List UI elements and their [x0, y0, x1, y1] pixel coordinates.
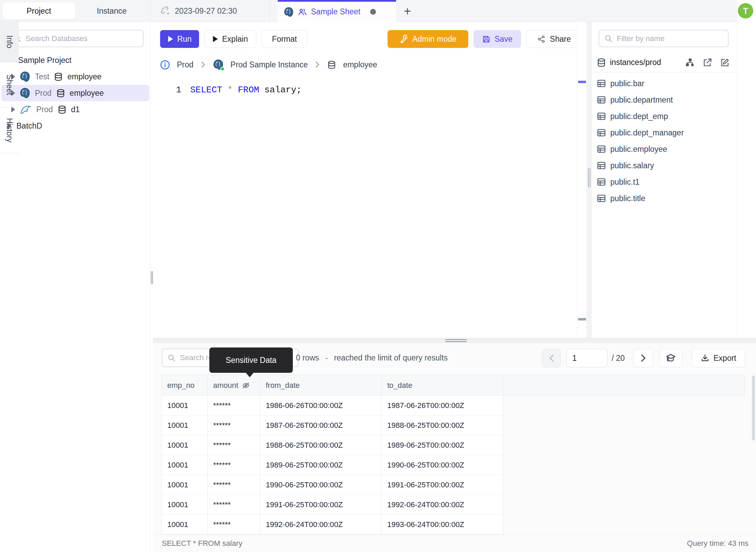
tree-node-batchd[interactable]: BatchD: [0, 118, 151, 134]
filter-input[interactable]: Filter by name: [599, 30, 729, 47]
table-list-item[interactable]: public.bar: [592, 75, 737, 92]
table-list-item[interactable]: public.title: [592, 190, 737, 207]
table-cell-masked[interactable]: ******: [208, 495, 260, 515]
table-cell-empty: [503, 495, 745, 515]
table-cell[interactable]: 10001: [162, 396, 208, 416]
save-icon: [482, 35, 491, 43]
breadcrumb-environment[interactable]: Prod: [177, 60, 194, 69]
schema-diagram-icon[interactable]: [685, 58, 695, 67]
table-cell[interactable]: 1992-06-24T00:00:00Z: [382, 495, 503, 515]
next-page-button[interactable]: [634, 349, 653, 367]
table-cell[interactable]: 1988-06-25T00:00:00Z: [382, 416, 503, 435]
page-number-input[interactable]: [566, 349, 608, 367]
export-button[interactable]: Export: [692, 349, 745, 367]
table-name: public.bar: [610, 79, 644, 88]
table-cell-masked[interactable]: ******: [208, 455, 260, 475]
tab-instance[interactable]: Instance: [75, 2, 148, 19]
filter-placeholder: Filter by name: [617, 34, 664, 43]
user-avatar[interactable]: T: [738, 3, 753, 18]
database-icon: [56, 89, 65, 98]
table-cell-masked[interactable]: ******: [208, 435, 260, 455]
table-cell[interactable]: 10001: [162, 475, 208, 495]
table-cell[interactable]: 1989-06-25T00:00:00Z: [382, 435, 503, 455]
table-cell-masked[interactable]: ******: [208, 515, 260, 535]
tree-node-test-employee[interactable]: Test employee: [0, 68, 151, 85]
tab-project[interactable]: Project: [2, 2, 75, 19]
format-button[interactable]: Format: [262, 30, 307, 48]
environment-label: Test: [35, 72, 49, 81]
sql-editor-line[interactable]: 1 SELECT * FROM salary;: [168, 84, 307, 96]
data-masking-button[interactable]: [660, 349, 682, 367]
table-list-item[interactable]: public.dept_manager: [592, 124, 737, 141]
table-icon: [597, 95, 606, 105]
table-cell[interactable]: 1987-06-26T00:00:00Z: [382, 396, 503, 416]
tab-history-label: History: [5, 118, 14, 143]
minimap-cursor-mark: [578, 81, 586, 83]
tab-sheet[interactable]: Sheet: [0, 62, 19, 108]
table-list-item[interactable]: public.salary: [592, 157, 737, 174]
sheet-tab-sample-sheet[interactable]: Sample Sheet: [278, 0, 396, 22]
table-cell[interactable]: 1988-06-25T00:00:00Z: [260, 435, 382, 455]
table-list-item[interactable]: public.dept_emp: [592, 108, 737, 124]
database-label: employee: [70, 89, 104, 98]
info-icon[interactable]: [160, 60, 170, 70]
table-cell[interactable]: 10001: [162, 515, 208, 535]
table-cell[interactable]: 1993-06-24T00:00:00Z: [382, 515, 503, 535]
table-list-item[interactable]: public.department: [592, 92, 737, 108]
table-cell[interactable]: 10001: [162, 435, 208, 455]
prev-page-button[interactable]: [542, 349, 561, 367]
admin-mode-label: Admin mode: [412, 35, 456, 44]
table-cell-masked[interactable]: ******: [208, 475, 260, 495]
results-scrollbar[interactable]: [752, 376, 755, 441]
table-name: public.dept_manager: [610, 128, 684, 137]
column-header[interactable]: to_date: [382, 375, 503, 396]
table-cell[interactable]: 1989-06-25T00:00:00Z: [260, 455, 382, 475]
tab-info[interactable]: Info: [0, 21, 19, 62]
admin-mode-button[interactable]: Admin mode: [388, 30, 468, 48]
play-icon: [168, 36, 173, 42]
table-cell[interactable]: 1991-06-25T00:00:00Z: [382, 475, 503, 495]
table-cell[interactable]: 1991-06-25T00:00:00Z: [260, 495, 382, 515]
save-button[interactable]: Save: [473, 30, 521, 48]
breadcrumb-instance[interactable]: Prod Sample Instance: [231, 60, 308, 69]
breadcrumb-database[interactable]: employee: [343, 60, 377, 69]
table-cell-masked[interactable]: ******: [208, 396, 260, 416]
table-cell[interactable]: 10001: [162, 455, 208, 475]
explain-button[interactable]: Explain: [204, 30, 256, 48]
editor-minimap[interactable]: [577, 22, 586, 338]
postgres-icon: [19, 88, 30, 98]
table-cell[interactable]: 1992-06-24T00:00:00Z: [260, 515, 382, 535]
table-cell-masked[interactable]: ******: [208, 416, 260, 435]
table-list-item[interactable]: public.employee: [592, 141, 737, 157]
column-header[interactable]: emp_no: [162, 375, 208, 396]
edit-icon[interactable]: [720, 58, 730, 67]
table-cell[interactable]: 1990-06-25T00:00:00Z: [260, 475, 382, 495]
sheet-tab-timestamp[interactable]: 2023-09-27 02:30: [153, 0, 270, 22]
new-sheet-button[interactable]: +: [400, 3, 415, 19]
minimap-scroll-mark: [578, 318, 586, 320]
tree-node-sample-project[interactable]: Sample Project: [0, 52, 151, 68]
splitter-handle[interactable]: [445, 339, 467, 342]
tree-node-prod-d1[interactable]: Prod d1: [0, 101, 151, 118]
sidebar-resize-handle[interactable]: [151, 271, 153, 284]
table-cell[interactable]: 1990-06-25T00:00:00Z: [382, 455, 503, 475]
table-cell[interactable]: 10001: [162, 416, 208, 435]
table-list-item[interactable]: public.t1: [592, 174, 737, 190]
table-cell[interactable]: 1986-06-26T00:00:00Z: [260, 396, 382, 416]
column-header-amount[interactable]: amount: [208, 375, 260, 396]
column-label: emp_no: [167, 381, 195, 390]
tree-node-prod-employee-selected[interactable]: Prod employee: [1, 85, 149, 101]
table-cell[interactable]: 1987-06-26T00:00:00Z: [260, 416, 382, 435]
splitter-handle[interactable]: [588, 168, 590, 187]
database-search[interactable]: Search Databases: [8, 30, 144, 47]
save-label: Save: [495, 35, 512, 44]
share-button[interactable]: Share: [526, 30, 582, 48]
sql-text: salary;: [264, 85, 302, 95]
column-header[interactable]: from_date: [260, 375, 382, 396]
tab-history[interactable]: History: [0, 108, 19, 153]
table-cell[interactable]: 10001: [162, 495, 208, 515]
run-button[interactable]: Run: [160, 30, 199, 48]
tooltip-arrow: [245, 372, 254, 377]
unsaved-dot-icon: [370, 9, 376, 15]
external-link-icon[interactable]: [703, 58, 712, 67]
